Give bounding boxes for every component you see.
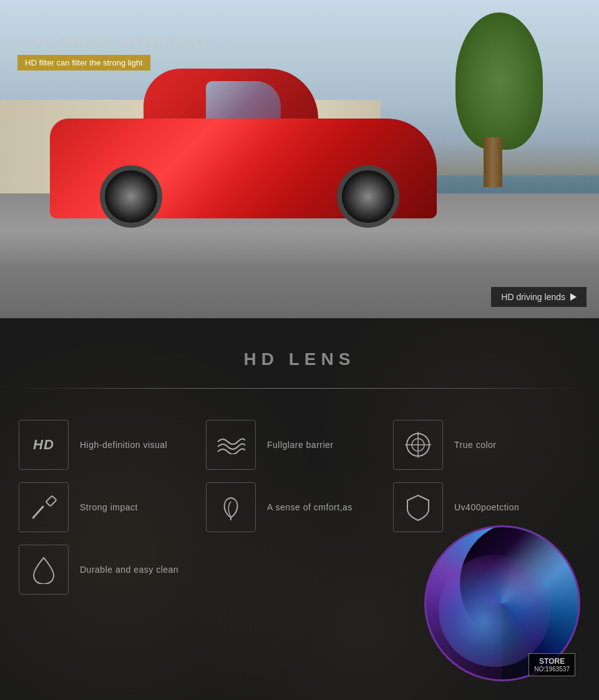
feature-fullglare: Fullglare barrier <box>206 420 393 470</box>
feature-label-durable: Durable and easy clean <box>80 565 178 575</box>
feature-label-uv: Uv400poetction <box>454 502 519 512</box>
hammer-icon <box>29 493 58 522</box>
feature-icon-box-impact <box>19 482 69 532</box>
svg-rect-4 <box>46 496 57 507</box>
hero-section: [SAFE DRIVING EXPERIENCE] HD filter can … <box>0 0 599 318</box>
feature-icon-box-truecolor <box>393 420 443 470</box>
tree-top <box>455 12 543 150</box>
waves-icon <box>217 435 245 454</box>
feature-label-hd: High-definition visual <box>80 440 167 450</box>
features-row-3: Durable and easy clean <box>19 545 580 595</box>
feature-icon-box-comfort <box>206 482 256 532</box>
drop-icon <box>31 555 56 584</box>
store-no: NO:1963537 <box>534 666 570 673</box>
hero-cta-label: HD driving lends <box>501 292 565 302</box>
feature-icon-box-fullglare <box>206 420 256 470</box>
car-wheel-left <box>100 165 162 228</box>
features-grid: HD High-definition visual Fullglare barr… <box>19 420 580 595</box>
feature-label-comfort: A sense of cmfort,as <box>267 502 353 512</box>
leaf-icon <box>217 493 245 522</box>
features-row-1: HD High-definition visual Fullglare barr… <box>19 420 580 470</box>
hero-cta-button[interactable]: HD driving lends <box>491 287 587 307</box>
feature-label-impact: Strong impact <box>80 502 138 512</box>
hero-badge: HD filter can filter the strong light <box>17 55 150 70</box>
hero-cta-arrow-icon <box>570 293 577 301</box>
section-title: HD LENS <box>19 349 580 369</box>
hd-icon: HD <box>33 437 54 453</box>
features-section: HD LENS HD High-definition visual <box>0 318 599 700</box>
feature-icon-box-hd: HD <box>19 420 69 470</box>
feature-comfort: A sense of cmfort,as <box>206 482 393 532</box>
feature-durable: Durable and easy clean <box>19 545 580 595</box>
feature-icon-box-durable <box>19 545 69 595</box>
store-badge: STORE NO:1963537 <box>528 653 575 676</box>
feature-truecolor: True color <box>393 420 580 470</box>
shield-icon <box>404 493 432 522</box>
store-label: STORE <box>534 657 570 666</box>
svg-line-5 <box>33 507 43 518</box>
car-wheel-right <box>337 165 399 228</box>
target-icon <box>404 430 432 459</box>
features-row-2: Strong impact A sense of cmfort,as <box>19 482 580 532</box>
feature-label-truecolor: True color <box>454 440 497 450</box>
hero-tagline: [SAFE DRIVING EXPERIENCE] <box>17 36 210 49</box>
hero-tree <box>449 12 549 187</box>
feature-label-fullglare: Fullglare barrier <box>267 440 334 450</box>
section-divider <box>19 388 580 389</box>
tree-trunk <box>484 137 502 187</box>
feature-impact: Strong impact <box>19 482 206 532</box>
feature-uv: Uv400poetction <box>393 482 580 532</box>
feature-icon-box-uv <box>393 482 443 532</box>
feature-hd: HD High-definition visual <box>19 420 206 470</box>
